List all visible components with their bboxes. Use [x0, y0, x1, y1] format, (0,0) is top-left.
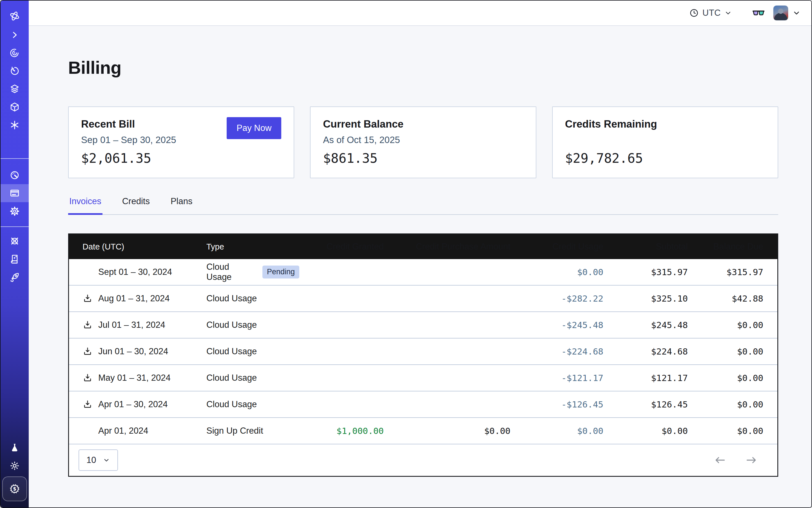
history-schedules-icon[interactable] — [1, 62, 29, 80]
radar-namespaces-icon[interactable] — [1, 44, 29, 62]
collapse-chevron-right-icon[interactable] — [1, 26, 29, 44]
invoice-date: Sept 01 – 30, 2024 — [98, 267, 172, 277]
download-icon — [83, 399, 93, 410]
credit-usage-value: -$245.48 — [510, 320, 603, 330]
invoice-type: Cloud Usage — [206, 399, 257, 410]
table-header-row: Date (UTC) Type Credit Granted Credit Pu… — [69, 234, 777, 259]
col-credit-granted: Credit Granted — [299, 242, 384, 252]
subtotal-value: $121.17 — [603, 373, 688, 383]
balance-due-value: $0.00 — [688, 346, 763, 356]
download-invoice-button[interactable] — [83, 346, 93, 356]
invoice-type: Cloud Usage — [206, 320, 257, 330]
col-credit-usage: Credit Usage — [510, 242, 603, 252]
layers-icon[interactable] — [1, 80, 29, 98]
chevron-down-icon — [103, 457, 110, 464]
current-balance-card: Current Balance As of Oct 15, 2025 $861.… — [310, 107, 536, 178]
asterisk-icon[interactable] — [1, 116, 29, 134]
logo-icon[interactable] — [1, 6, 29, 26]
sun-theme-icon[interactable] — [1, 457, 29, 475]
credit-usage-value: -$224.68 — [510, 346, 603, 356]
table-footer: 10 — [69, 444, 777, 476]
current-balance-amount: $861.35 — [323, 151, 523, 166]
pay-now-button[interactable]: Pay Now — [227, 117, 281, 139]
next-page-button[interactable] — [745, 454, 758, 466]
sidebar-item-billing[interactable] — [1, 184, 29, 202]
table-row: Aug 01 – 31, 2024 Cloud Usage -$282.22 $… — [69, 286, 777, 312]
usage-gauge-icon[interactable] — [1, 166, 29, 184]
download-icon — [83, 346, 93, 356]
svg-text:$: $ — [13, 486, 16, 492]
balance-due-value: $0.00 — [688, 426, 763, 436]
invoice-type: Cloud Usage — [206, 293, 257, 304]
billing-summary-cards: Recent Bill Sep 01 – Sep 30, 2025 Pay No… — [68, 107, 778, 178]
helm-wheel-icon[interactable] — [1, 232, 29, 250]
timezone-selector[interactable]: UTC — [689, 8, 732, 18]
balance-due-value: $315.97 — [688, 267, 763, 277]
credit-granted-value: $1,000.00 — [299, 426, 384, 436]
cube-deployments-icon[interactable] — [1, 98, 29, 116]
invoice-type: Cloud Usage — [206, 373, 257, 383]
sidebar-divider — [1, 158, 29, 159]
balance-due-value: $0.00 — [688, 320, 763, 330]
user-avatar[interactable] — [773, 5, 788, 20]
col-date: Date (UTC) — [83, 242, 206, 251]
credits-remaining-card: Credits Remaining $29,782.65 — [552, 107, 778, 178]
invoice-date: Aug 01 – 31, 2024 — [98, 293, 170, 304]
invoice-date: Jun 01 – 30, 2024 — [98, 346, 168, 356]
current-balance-asof: As of Oct 15, 2025 — [323, 135, 403, 145]
status-badge: Pending — [262, 265, 299, 279]
account-menu-button[interactable] — [792, 9, 801, 17]
credit-purchase-value: $0.00 — [384, 426, 510, 436]
subtotal-value: $224.68 — [603, 346, 688, 356]
download-invoice-button[interactable] — [83, 373, 93, 383]
download-icon — [83, 373, 93, 383]
flask-labs-icon[interactable] — [1, 439, 29, 457]
download-invoice-button[interactable] — [83, 293, 93, 304]
page-size-select[interactable]: 10 — [79, 450, 118, 471]
download-icon — [83, 293, 93, 304]
tab-credits[interactable]: Credits — [121, 196, 151, 215]
invoice-type: Cloud Usage — [206, 262, 256, 282]
subtotal-value: $126.45 — [603, 399, 688, 410]
tab-plans[interactable]: Plans — [170, 196, 194, 215]
content: Billing Recent Bill Sep 01 – Sep 30, 202… — [29, 26, 811, 507]
billing-dollar-badge-button[interactable]: $ — [2, 476, 27, 501]
credits-remaining-amount: $29,782.65 — [565, 151, 765, 166]
invoice-date: Apr 01 – 30, 2024 — [98, 399, 168, 410]
table-row: Apr 01 – 30, 2024 Cloud Usage -$126.45 $… — [69, 391, 777, 418]
table-row: Apr 01, 2024 Sign Up Credit $1,000.00 $0… — [69, 418, 777, 444]
topbar: UTC — [29, 1, 811, 26]
download-invoice-button[interactable] — [83, 399, 93, 410]
arrow-right-icon — [745, 454, 758, 466]
balance-due-value: $0.00 — [688, 399, 763, 410]
tab-invoices[interactable]: Invoices — [68, 196, 102, 215]
table-row: May 01 – 31, 2024 Cloud Usage -$121.17 $… — [69, 365, 777, 391]
subtotal-value: $0.00 — [603, 426, 688, 436]
table-row: Sept 01 – 30, 2024 Cloud UsagePending $0… — [69, 259, 777, 286]
previous-page-button[interactable] — [714, 454, 726, 466]
credit-usage-value: -$126.45 — [510, 399, 603, 410]
current-balance-title: Current Balance — [323, 118, 403, 130]
page-size-value: 10 — [86, 455, 96, 465]
balance-due-value: $0.00 — [688, 373, 763, 383]
invoice-date: Apr 01, 2024 — [98, 426, 148, 436]
download-invoice-button[interactable] — [83, 320, 93, 330]
recent-bill-amount: $2,061.35 — [81, 151, 281, 166]
invoice-date: Jul 01 – 31, 2024 — [98, 320, 165, 330]
rocket-icon[interactable] — [1, 268, 29, 286]
glasses-view-toggle[interactable] — [752, 6, 765, 20]
credit-usage-value: -$282.22 — [510, 293, 603, 304]
timezone-label: UTC — [702, 8, 721, 18]
clock-icon — [689, 8, 699, 18]
settings-gear-icon[interactable] — [1, 202, 29, 220]
page-title: Billing — [68, 57, 778, 78]
col-type: Type — [206, 242, 299, 251]
credit-usage-value: -$121.17 — [510, 373, 603, 383]
book-sparkle-docs-icon[interactable] — [1, 250, 29, 268]
glasses-icon — [752, 6, 765, 20]
col-subtotal: Subtotal — [603, 242, 688, 252]
invoice-type: Sign Up Credit — [206, 426, 263, 436]
sidebar: $ — [1, 1, 29, 507]
chevron-down-icon — [724, 9, 732, 17]
dollar-badge-icon: $ — [8, 483, 21, 495]
